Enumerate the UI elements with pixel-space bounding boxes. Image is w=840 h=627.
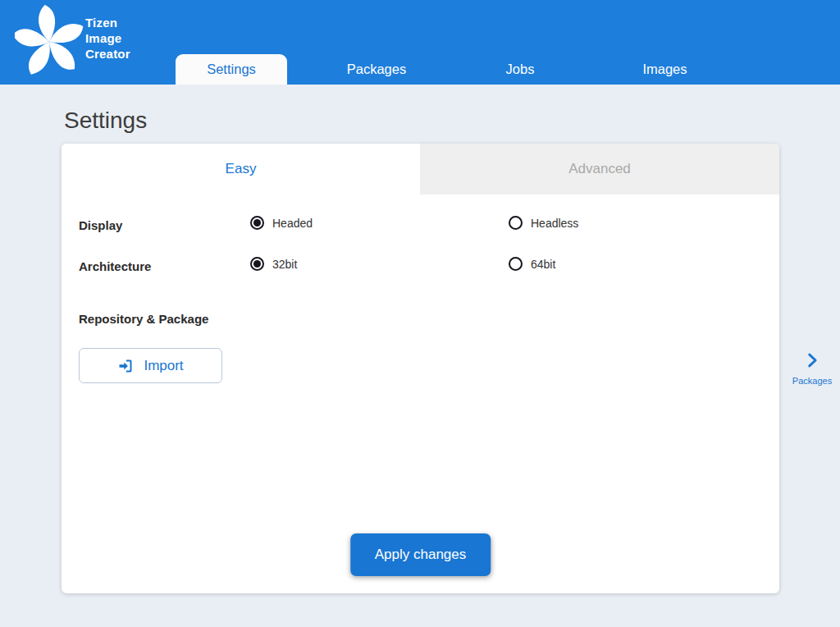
logo-line-1: Tizen [85,15,130,30]
tizen-pinwheel-icon [15,5,84,79]
32bit-radio-button[interactable] [250,257,264,271]
32bit-radio-label: 32bit [272,258,297,271]
repository-package-section-title: Repository & Package [79,312,208,326]
next-nav-label[interactable]: Packages [789,376,835,386]
tizen-image-creator-app: Tizen Image Creator Settings Packages Jo… [0,0,840,627]
settings-card: Easy Advanced Display Headed Headless Ar… [62,144,779,593]
chevron-right-icon[interactable] [803,351,821,369]
top-header-bar: Tizen Image Creator Settings Packages Jo… [0,0,840,85]
apply-changes-button[interactable]: Apply changes [350,533,491,576]
nav-tab-packages[interactable]: Packages [315,54,438,85]
nav-tab-settings[interactable]: Settings [176,54,287,85]
import-button[interactable]: Import [79,348,222,383]
app-logo: Tizen Image Creator [15,5,130,79]
nav-tab-images[interactable]: Images [614,54,716,85]
headless-radio-button[interactable] [509,216,523,230]
radio-option-32bit[interactable]: 32bit [250,257,297,271]
app-logo-text: Tizen Image Creator [85,15,130,62]
headed-radio-button[interactable] [250,216,264,230]
display-field-label: Display [79,218,122,232]
radio-option-headless[interactable]: Headless [509,216,578,230]
display-field-row: Display Headed Headless [62,216,779,237]
64bit-radio-label: 64bit [531,258,555,271]
page-title: Settings [64,108,147,134]
logo-line-3: Creator [85,46,130,62]
architecture-field-row: Architecture 32bit 64bit [62,257,779,278]
logo-line-2: Image [85,30,130,46]
architecture-field-label: Architecture [79,259,151,273]
nav-tab-jobs[interactable]: Jobs [471,54,569,85]
radio-option-64bit[interactable]: 64bit [509,257,555,271]
tab-easy[interactable]: Easy [62,144,420,195]
radio-option-headed[interactable]: Headed [250,216,313,230]
import-icon [117,358,134,374]
headless-radio-label: Headless [531,217,578,230]
next-page-nav[interactable]: Packages [789,351,835,386]
64bit-radio-button[interactable] [509,257,523,271]
import-button-label: Import [144,358,183,374]
tab-advanced[interactable]: Advanced [420,144,779,195]
headed-radio-label: Headed [272,217,313,230]
